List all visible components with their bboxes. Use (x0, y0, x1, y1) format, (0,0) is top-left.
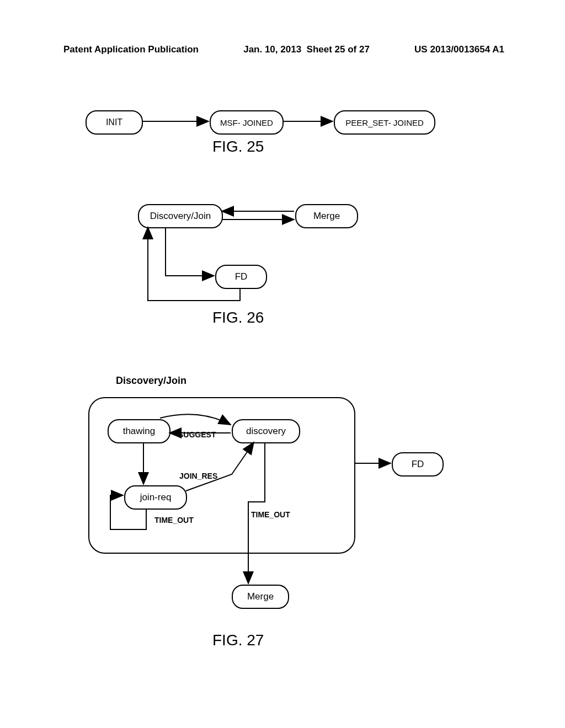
page-header: Patent Application Publication Jan. 10, … (63, 44, 504, 55)
node-discovery: discovery (232, 419, 300, 443)
header-center: Jan. 10, 2013 Sheet 25 of 27 (243, 44, 370, 55)
header-pubno: US 2013/0013654 A1 (414, 44, 504, 55)
node-fd: FD (215, 265, 267, 289)
node-peer-set-joined: PEER_SET- JOINED (334, 110, 435, 135)
node-merge-27: Merge (232, 585, 289, 609)
node-join-req: join-req (124, 485, 187, 510)
node-init: INIT (86, 110, 143, 135)
node-merge: Merge (295, 204, 358, 228)
node-thawing: thawing (108, 419, 170, 443)
label-timeout1: TIME_OUT (154, 516, 194, 524)
label-join-res: JOIN_RES (179, 472, 217, 480)
arrows-layer (0, 0, 565, 728)
label-suggest: SUGGEST (178, 430, 216, 439)
fig27-title: Discovery/Join (116, 375, 186, 387)
node-msf-joined: MSF- JOINED (210, 110, 284, 135)
label-timeout2: TIME_OUT (251, 510, 290, 519)
fig25-caption: FIG. 25 (212, 138, 264, 156)
fig27-caption: FIG. 27 (212, 631, 264, 649)
fig26-caption: FIG. 26 (212, 309, 264, 326)
node-fd-27: FD (392, 452, 444, 477)
node-discovery-join: Discovery/Join (138, 204, 223, 228)
header-left: Patent Application Publication (63, 44, 199, 55)
